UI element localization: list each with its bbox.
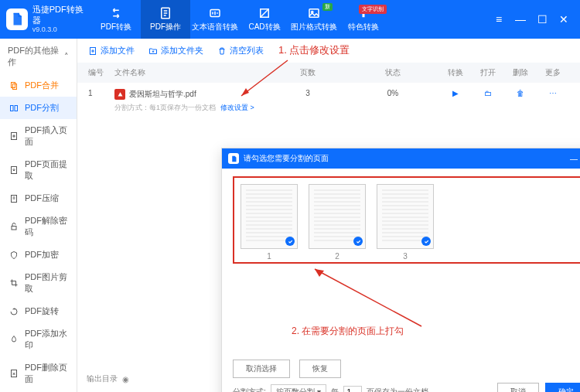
tab-pdf-operate[interactable]: PDF操作	[141, 0, 190, 39]
annotation-arrow-1	[232, 57, 294, 102]
split-mode-select[interactable]: 按页数分割 ▾	[271, 384, 326, 392]
sidebar-item-split[interactable]: PDF分割	[0, 97, 77, 119]
minimize-icon[interactable]: —	[515, 13, 526, 26]
file-name: 爱因斯坦与哲学.pdf	[129, 89, 196, 100]
annotation-2: 2. 在需要分割的页面上打勾	[292, 325, 404, 338]
sidebar-item-merge[interactable]: PDF合并	[0, 74, 77, 97]
annotation-arrow-2	[305, 263, 429, 332]
radio-icon[interactable]: ◉	[122, 375, 129, 383]
modal-cancel-button[interactable]: 取消	[497, 383, 539, 392]
check-icon	[353, 237, 363, 246]
page-thumb[interactable]: 3	[377, 184, 434, 261]
sidebar-item-extract[interactable]: PDF页面提取	[0, 153, 77, 187]
logo-icon	[6, 9, 28, 30]
sidebar-item-rotate[interactable]: PDF旋转	[0, 300, 77, 322]
sidebar-item-encrypt[interactable]: PDF加密	[0, 244, 77, 266]
svg-rect-7	[11, 105, 14, 111]
annotation-1: 1. 点击修改设置	[278, 43, 350, 57]
page-thumb[interactable]: 1	[241, 184, 298, 261]
folder-open-icon[interactable]: 🗀	[472, 89, 504, 97]
svg-rect-12	[12, 227, 16, 230]
sidebar-item-imgcrop[interactable]: PDF图片剪取	[0, 266, 77, 300]
maximize-icon[interactable]: ☐	[537, 13, 548, 26]
page-thumb[interactable]: 2	[309, 184, 366, 261]
modal-title-text: 请勾选您需要分割的页面	[244, 153, 329, 164]
cancel-select-button[interactable]: 取消选择	[233, 360, 290, 378]
trash-icon[interactable]: 🗑	[504, 89, 537, 97]
more-icon[interactable]: ⋯	[537, 89, 569, 97]
tab-cad[interactable]: CAD转换	[240, 0, 289, 39]
sidebar-item-unlock[interactable]: PDF解除密码	[0, 210, 77, 244]
output-dir-row: 输出目录 ◉	[87, 373, 129, 384]
sidebar-item-delpage[interactable]: PDF删除页面	[0, 356, 77, 390]
check-icon	[285, 237, 295, 246]
svg-line-17	[315, 269, 421, 326]
app-version: v9.0.3.0	[32, 26, 91, 34]
tab-special[interactable]: 文字识别特色转换	[339, 0, 388, 39]
page-thumbs-area: 1 2 3	[233, 176, 580, 264]
play-icon[interactable]: ▶	[439, 89, 472, 97]
sidebar-item-watermark[interactable]: PDF添加水印	[0, 322, 77, 356]
svg-rect-3	[309, 9, 319, 18]
tab-pdf-convert[interactable]: PDF转换	[91, 0, 141, 39]
page-select-modal: 请勾选您需要分割的页面 — ✕ 1 2 3 2. 在需要分割的页面上打勾 取消选…	[221, 148, 580, 392]
app-name: 迅捷PDF转换器	[32, 5, 91, 25]
add-folder-button[interactable]: 添加文件夹	[148, 45, 203, 56]
tab-text-audio[interactable]: 文本语音转换	[190, 0, 240, 39]
table-header: 编号 文件名称 页数 状态 转换 打开 删除 更多	[77, 63, 580, 83]
modify-settings-link[interactable]: 修改设置 >	[220, 104, 254, 111]
modal-minimize-icon[interactable]: —	[570, 155, 578, 163]
reset-button[interactable]: 恢复	[299, 360, 341, 378]
sidebar-item-insert[interactable]: PDF插入页面	[0, 119, 77, 153]
logo-icon	[228, 153, 239, 164]
add-file-button[interactable]: 添加文件	[88, 45, 135, 56]
page-count-input[interactable]	[343, 386, 362, 393]
svg-rect-8	[15, 105, 18, 111]
table-row[interactable]: 1 爱因斯坦与哲学.pdf 分割方式：每1页保存为一份文档修改设置 > 3 0%…	[77, 83, 580, 119]
svg-line-15	[241, 60, 288, 96]
menu-icon[interactable]: ≡	[493, 13, 504, 26]
top-tabs: PDF转换 PDF操作 文本语音转换 CAD转换 新图片格式转换 文字识别特色转…	[91, 0, 388, 39]
close-icon[interactable]: ✕	[558, 13, 569, 26]
check-icon	[421, 237, 431, 246]
clear-list-button[interactable]: 清空列表	[217, 45, 264, 56]
sidebar-title: PDF的其他操作˄	[0, 39, 77, 74]
sidebar-item-compress[interactable]: PDF压缩	[0, 187, 77, 210]
svg-marker-16	[241, 88, 249, 96]
chevron-up-icon[interactable]: ˄	[64, 52, 69, 62]
modal-ok-button[interactable]: 确定	[545, 383, 580, 392]
tab-image[interactable]: 新图片格式转换	[289, 0, 339, 39]
pdf-file-icon	[114, 89, 125, 100]
app-logo: 迅捷PDF转换器 v9.0.3.0	[6, 5, 91, 33]
